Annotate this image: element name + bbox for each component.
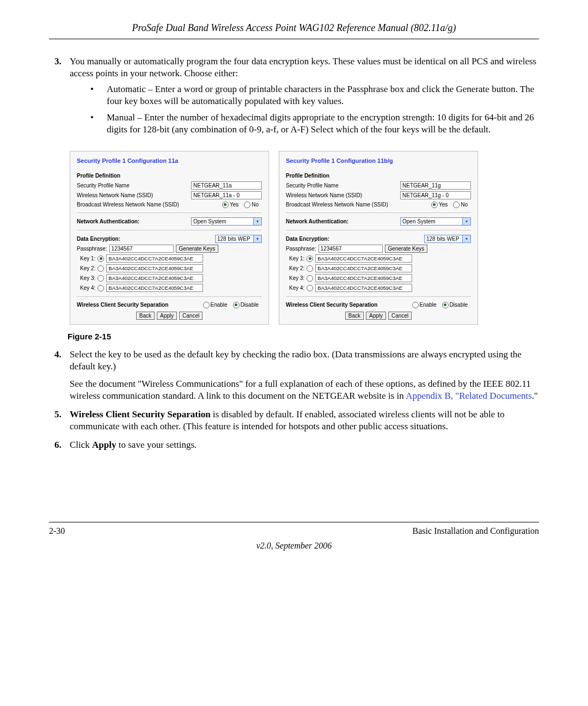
wcss-label: Wireless Client Security Separation: [77, 301, 201, 308]
passphrase-input[interactable]: [109, 245, 174, 253]
generate-keys-button[interactable]: Generate Keys: [385, 245, 428, 253]
broadcast-no-radio[interactable]: No: [453, 201, 468, 208]
cancel-button[interactable]: Cancel: [179, 312, 203, 320]
step-bold: Apply: [92, 440, 116, 450]
key3-radio[interactable]: [307, 275, 313, 282]
figure-caption: Figure 2-15: [68, 331, 539, 342]
key2-radio[interactable]: [307, 265, 313, 272]
sub-bullets: Automatic – Enter a word or group of pri…: [70, 83, 539, 136]
chevron-down-icon: ▾: [462, 218, 470, 225]
key4-input[interactable]: [315, 284, 412, 292]
generate-keys-button[interactable]: Generate Keys: [176, 245, 219, 253]
bullet-automatic: Automatic – Enter a word or group of pri…: [90, 83, 539, 107]
security-profile-name-label: Security Profile Name: [77, 182, 189, 189]
chevron-down-icon: ▾: [253, 235, 261, 242]
panel-title: Security Profile 1 Configuration 11a: [77, 157, 262, 165]
data-encryption-label: Data Encryption:: [77, 235, 213, 242]
config-panel-11bg: Security Profile 1 Configuration 11b/g P…: [279, 151, 478, 325]
wcss-enable-radio[interactable]: Enable: [203, 301, 228, 308]
key4-radio[interactable]: [307, 285, 313, 291]
network-auth-select[interactable]: Open System▾: [400, 217, 471, 226]
data-encryption-select[interactable]: 128 bits WEP▾: [424, 235, 471, 243]
back-button[interactable]: Back: [345, 312, 364, 320]
key4-label: Key 4:: [289, 284, 304, 291]
step-4: 4. Select the key to be used as the defa…: [54, 349, 539, 402]
key2-radio[interactable]: [97, 265, 104, 272]
page-footer: 2-30 Basic Installation and Configuratio…: [49, 522, 539, 537]
step-text-2b: .": [532, 391, 538, 401]
network-auth-select[interactable]: Open System▾: [191, 217, 262, 226]
key3-input[interactable]: [315, 274, 412, 282]
step-3: 3. You manually or automatically program…: [54, 56, 539, 140]
steps-list-continued: 4. Select the key to be used as the defa…: [49, 349, 539, 452]
bullet-manual: Manual – Enter the number of hexadecimal…: [90, 112, 539, 136]
key1-input[interactable]: [106, 254, 203, 263]
security-profile-name-input[interactable]: [400, 181, 471, 190]
step-number: 3.: [54, 56, 70, 140]
step-lead: Wireless Client Security Separation: [70, 409, 211, 419]
step-text: You manually or automatically program th…: [70, 56, 536, 78]
key2-input[interactable]: [106, 264, 203, 272]
passphrase-input[interactable]: [318, 245, 383, 253]
key1-radio[interactable]: [307, 255, 313, 262]
data-encryption-select[interactable]: 128 bits WEP▾: [215, 235, 262, 243]
wcss-label: Wireless Client Security Separation: [286, 301, 410, 308]
cancel-button[interactable]: Cancel: [388, 312, 412, 320]
broadcast-ssid-label: Broadcast Wireless Network Name (SSID): [286, 201, 429, 208]
ssid-input[interactable]: [400, 191, 471, 199]
apply-button[interactable]: Apply: [366, 312, 386, 320]
wcss-enable-radio[interactable]: Enable: [412, 301, 437, 308]
network-auth-label: Network Authentication:: [286, 218, 398, 225]
wcss-disable-radio[interactable]: Disable: [442, 301, 468, 308]
ssid-label: Wireless Network Name (SSID): [286, 192, 398, 199]
key2-label: Key 2:: [80, 265, 95, 272]
key4-input[interactable]: [106, 284, 203, 292]
appendix-link[interactable]: Appendix B, "Related Documents: [406, 391, 532, 401]
panel-title: Security Profile 1 Configuration 11b/g: [286, 157, 471, 165]
key3-label: Key 3:: [289, 275, 304, 282]
step-text: Select the key to be used as the default…: [70, 349, 522, 372]
broadcast-no-radio[interactable]: No: [244, 201, 259, 208]
ssid-input[interactable]: [191, 191, 262, 199]
step-5: 5. Wireless Client Security Separation i…: [54, 409, 539, 433]
key2-input[interactable]: [315, 264, 412, 272]
profile-definition-label: Profile Definition: [77, 172, 262, 179]
steps-list: 3. You manually or automatically program…: [49, 56, 539, 140]
key4-radio[interactable]: [97, 285, 104, 291]
page-number: 2-30: [49, 526, 65, 537]
security-profile-name-input[interactable]: [191, 181, 262, 190]
ssid-label: Wireless Network Name (SSID): [77, 192, 189, 199]
step-number: 4.: [54, 349, 70, 402]
key4-label: Key 4:: [80, 284, 95, 291]
network-auth-label: Network Authentication:: [77, 218, 189, 225]
figure-screenshots: Security Profile 1 Configuration 11a Pro…: [70, 151, 539, 325]
step-rest: to save your settings.: [117, 440, 197, 450]
apply-button[interactable]: Apply: [157, 312, 177, 320]
section-title: Basic Installation and Configuration: [413, 526, 539, 537]
page-header: ProSafe Dual Band Wireless Access Point …: [49, 22, 539, 39]
broadcast-yes-radio[interactable]: Yes: [222, 201, 238, 208]
passphrase-label: Passphrase:: [77, 245, 107, 252]
step-lead: Click: [70, 440, 92, 450]
chevron-down-icon: ▾: [253, 218, 261, 225]
security-profile-name-label: Security Profile Name: [286, 182, 398, 189]
key3-input[interactable]: [106, 274, 203, 282]
step-number: 6.: [54, 439, 70, 451]
wcss-disable-radio[interactable]: Disable: [233, 301, 259, 308]
chevron-down-icon: ▾: [462, 235, 470, 242]
key3-label: Key 3:: [80, 275, 95, 282]
key1-input[interactable]: [315, 254, 412, 263]
version-footer: v2.0, September 2006: [49, 540, 539, 552]
key1-label: Key 1:: [80, 255, 95, 262]
key1-radio[interactable]: [97, 255, 104, 262]
key3-radio[interactable]: [97, 275, 104, 282]
config-panel-11a: Security Profile 1 Configuration 11a Pro…: [70, 151, 269, 325]
step-6: 6. Click Apply to save your settings.: [54, 439, 539, 451]
broadcast-ssid-label: Broadcast Wireless Network Name (SSID): [77, 201, 220, 208]
broadcast-yes-radio[interactable]: Yes: [431, 201, 448, 208]
data-encryption-label: Data Encryption:: [286, 235, 422, 242]
profile-definition-label: Profile Definition: [286, 172, 471, 179]
key2-label: Key 2:: [289, 265, 304, 272]
step-number: 5.: [54, 409, 70, 433]
back-button[interactable]: Back: [136, 312, 155, 320]
